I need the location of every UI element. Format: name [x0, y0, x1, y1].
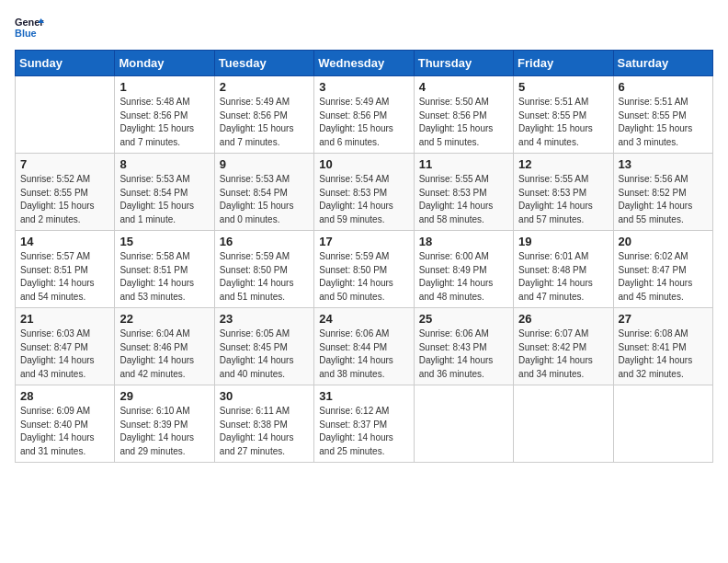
day-number: 22 — [119, 312, 209, 326]
day-number: 17 — [319, 235, 408, 248]
day-header-friday: Friday — [514, 51, 613, 76]
sunrise-text: Sunrise: 6:02 AM — [619, 250, 708, 264]
calendar-table: SundayMondayTuesdayWednesdayThursdayFrid… — [15, 50, 713, 463]
day-header-wednesday: Wednesday — [314, 51, 414, 76]
sunrise-text: Sunrise: 5:54 AM — [319, 173, 408, 187]
cell-content: Sunrise: 5:51 AMSunset: 8:55 PMDaylight:… — [619, 96, 708, 149]
calendar-cell: 28Sunrise: 6:09 AMSunset: 8:40 PMDayligh… — [16, 385, 115, 463]
daylight-text: Daylight: 14 hours and 38 minutes. — [319, 354, 408, 381]
sunrise-text: Sunrise: 5:51 AM — [518, 96, 608, 109]
cell-content: Sunrise: 5:49 AMSunset: 8:56 PMDaylight:… — [319, 96, 408, 149]
cell-content: Sunrise: 6:06 AMSunset: 8:44 PMDaylight:… — [319, 327, 408, 381]
sunset-text: Sunset: 8:50 PM — [220, 264, 309, 278]
day-number: 4 — [419, 80, 508, 94]
logo-icon: General Blue — [15, 15, 44, 40]
daylight-text: Daylight: 14 hours and 57 minutes. — [518, 200, 608, 226]
cell-content: Sunrise: 6:10 AMSunset: 8:39 PMDaylight:… — [119, 405, 209, 458]
sunset-text: Sunset: 8:48 PM — [518, 264, 608, 278]
cell-content: Sunrise: 5:49 AMSunset: 8:56 PMDaylight:… — [220, 96, 309, 149]
cell-content: Sunrise: 5:50 AMSunset: 8:56 PMDaylight:… — [419, 96, 508, 149]
daylight-text: Daylight: 14 hours and 43 minutes. — [20, 354, 109, 381]
calendar-cell: 31Sunrise: 6:12 AMSunset: 8:37 PMDayligh… — [314, 385, 414, 463]
cell-content: Sunrise: 5:59 AMSunset: 8:50 PMDaylight:… — [220, 250, 309, 304]
day-number: 7 — [20, 157, 109, 171]
daylight-text: Daylight: 15 hours and 3 minutes. — [619, 122, 708, 149]
sunrise-text: Sunrise: 6:03 AM — [20, 327, 109, 341]
sunset-text: Sunset: 8:53 PM — [518, 187, 608, 201]
sunrise-text: Sunrise: 6:00 AM — [419, 250, 508, 264]
sunset-text: Sunset: 8:47 PM — [619, 264, 708, 278]
sunrise-text: Sunrise: 5:52 AM — [20, 173, 109, 187]
sunset-text: Sunset: 8:37 PM — [319, 419, 408, 432]
calendar-cell: 13Sunrise: 5:56 AMSunset: 8:52 PMDayligh… — [613, 154, 712, 231]
cell-content: Sunrise: 6:04 AMSunset: 8:46 PMDaylight:… — [119, 327, 209, 381]
day-number: 12 — [518, 157, 608, 171]
calendar-cell: 11Sunrise: 5:55 AMSunset: 8:53 PMDayligh… — [414, 154, 513, 231]
sunrise-text: Sunrise: 6:11 AM — [220, 405, 309, 419]
cell-content: Sunrise: 6:02 AMSunset: 8:47 PMDaylight:… — [619, 250, 708, 304]
day-number: 15 — [119, 235, 209, 248]
sunrise-text: Sunrise: 5:48 AM — [119, 96, 209, 109]
daylight-text: Daylight: 14 hours and 50 minutes. — [319, 277, 408, 304]
sunset-text: Sunset: 8:53 PM — [319, 187, 408, 201]
cell-content: Sunrise: 6:08 AMSunset: 8:41 PMDaylight:… — [619, 327, 708, 381]
calendar-cell — [16, 76, 115, 154]
day-number: 29 — [119, 389, 209, 403]
cell-content: Sunrise: 5:57 AMSunset: 8:51 PMDaylight:… — [20, 250, 109, 304]
sunrise-text: Sunrise: 6:10 AM — [119, 405, 209, 419]
daylight-text: Daylight: 14 hours and 54 minutes. — [20, 277, 109, 304]
daylight-text: Daylight: 14 hours and 40 minutes. — [220, 354, 309, 381]
daylight-text: Daylight: 14 hours and 47 minutes. — [518, 277, 608, 304]
day-header-monday: Monday — [115, 51, 214, 76]
cell-content: Sunrise: 6:12 AMSunset: 8:37 PMDaylight:… — [319, 405, 408, 458]
sunset-text: Sunset: 8:45 PM — [220, 341, 309, 355]
sunrise-text: Sunrise: 6:06 AM — [319, 327, 408, 341]
sunset-text: Sunset: 8:56 PM — [419, 109, 508, 123]
day-number: 23 — [220, 312, 309, 326]
sunrise-text: Sunrise: 5:53 AM — [119, 173, 209, 187]
calendar-cell: 27Sunrise: 6:08 AMSunset: 8:41 PMDayligh… — [613, 308, 712, 385]
cell-content: Sunrise: 5:55 AMSunset: 8:53 PMDaylight:… — [419, 173, 508, 226]
daylight-text: Daylight: 14 hours and 58 minutes. — [419, 200, 508, 226]
calendar-cell: 26Sunrise: 6:07 AMSunset: 8:42 PMDayligh… — [514, 308, 613, 385]
day-number: 19 — [518, 235, 608, 248]
daylight-text: Daylight: 14 hours and 27 minutes. — [220, 431, 309, 458]
daylight-text: Daylight: 15 hours and 7 minutes. — [220, 122, 309, 149]
day-number: 10 — [319, 157, 408, 171]
daylight-text: Daylight: 15 hours and 6 minutes. — [319, 122, 408, 149]
cell-content: Sunrise: 6:07 AMSunset: 8:42 PMDaylight:… — [518, 327, 608, 381]
calendar-cell: 12Sunrise: 5:55 AMSunset: 8:53 PMDayligh… — [514, 154, 613, 231]
day-number: 14 — [20, 235, 109, 248]
cell-content: Sunrise: 6:01 AMSunset: 8:48 PMDaylight:… — [518, 250, 608, 304]
sunset-text: Sunset: 8:55 PM — [619, 109, 708, 123]
sunrise-text: Sunrise: 5:51 AM — [619, 96, 708, 109]
daylight-text: Daylight: 14 hours and 29 minutes. — [119, 431, 209, 458]
daylight-text: Daylight: 15 hours and 4 minutes. — [518, 122, 608, 149]
day-number: 25 — [419, 312, 508, 326]
day-number: 8 — [119, 157, 209, 171]
sunset-text: Sunset: 8:50 PM — [319, 264, 408, 278]
sunset-text: Sunset: 8:55 PM — [20, 187, 109, 201]
sunset-text: Sunset: 8:51 PM — [20, 264, 109, 278]
day-number: 30 — [220, 389, 309, 403]
sunset-text: Sunset: 8:41 PM — [619, 341, 708, 355]
day-header-sunday: Sunday — [16, 51, 115, 76]
calendar-cell — [514, 385, 613, 463]
cell-content: Sunrise: 5:58 AMSunset: 8:51 PMDaylight:… — [119, 250, 209, 304]
calendar-cell: 20Sunrise: 6:02 AMSunset: 8:47 PMDayligh… — [613, 231, 712, 308]
cell-content: Sunrise: 5:54 AMSunset: 8:53 PMDaylight:… — [319, 173, 408, 226]
cell-content: Sunrise: 5:51 AMSunset: 8:55 PMDaylight:… — [518, 96, 608, 149]
sunset-text: Sunset: 8:53 PM — [419, 187, 508, 201]
sunrise-text: Sunrise: 6:05 AM — [220, 327, 309, 341]
daylight-text: Daylight: 14 hours and 31 minutes. — [20, 431, 109, 458]
sunrise-text: Sunrise: 5:56 AM — [619, 173, 708, 187]
day-number: 5 — [518, 80, 608, 94]
sunset-text: Sunset: 8:49 PM — [419, 264, 508, 278]
calendar-cell: 23Sunrise: 6:05 AMSunset: 8:45 PMDayligh… — [214, 308, 313, 385]
cell-content: Sunrise: 5:55 AMSunset: 8:53 PMDaylight:… — [518, 173, 608, 226]
daylight-text: Daylight: 14 hours and 53 minutes. — [119, 277, 209, 304]
daylight-text: Daylight: 15 hours and 0 minutes. — [220, 200, 309, 226]
calendar-cell: 30Sunrise: 6:11 AMSunset: 8:38 PMDayligh… — [214, 385, 313, 463]
day-number: 28 — [20, 389, 109, 403]
daylight-text: Daylight: 14 hours and 25 minutes. — [319, 431, 408, 458]
